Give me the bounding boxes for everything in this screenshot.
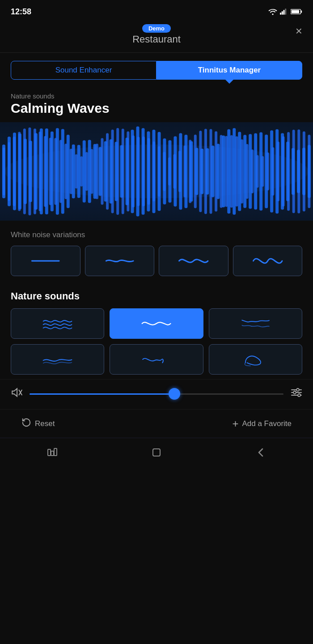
- nav-recents-icon[interactable]: [46, 446, 59, 462]
- slider-track: [30, 393, 283, 395]
- nature-sounds-grid: [11, 308, 302, 375]
- nature-sound-ocean-waves[interactable]: [11, 308, 104, 339]
- svg-rect-121: [286, 141, 289, 201]
- svg-rect-101: [179, 133, 182, 209]
- svg-rect-75: [40, 128, 43, 214]
- nature-sound-stream[interactable]: [11, 344, 104, 375]
- svg-rect-125: [308, 145, 311, 198]
- white-noise-medium[interactable]: [159, 246, 228, 276]
- svg-rect-69: [8, 136, 11, 206]
- svg-rect-119: [275, 129, 279, 214]
- svg-rect-85: [93, 144, 97, 199]
- svg-rect-110: [227, 129, 230, 213]
- svg-rect-98: [163, 138, 166, 204]
- slider-thumb[interactable]: [169, 388, 180, 400]
- svg-rect-116: [259, 132, 262, 210]
- svg-rect-106: [206, 148, 209, 195]
- reset-button[interactable]: Reset: [21, 418, 55, 430]
- svg-rect-80: [67, 135, 70, 208]
- svg-rect-88: [110, 139, 113, 204]
- tab-sound-enhancer[interactable]: Sound Enhancer: [11, 61, 156, 80]
- svg-rect-94: [142, 128, 145, 214]
- svg-rect-123: [297, 149, 300, 193]
- svg-rect-71: [18, 133, 21, 209]
- svg-rect-93: [136, 126, 140, 216]
- nature-sound-wind[interactable]: [110, 344, 203, 375]
- svg-rect-72: [24, 139, 27, 204]
- svg-rect-53: [235, 136, 238, 207]
- bottom-actions: Reset + Add a Favorite: [0, 409, 313, 438]
- svg-rect-76: [45, 128, 48, 214]
- white-noise-section: White noise variations: [0, 221, 313, 281]
- battery-icon: [291, 9, 302, 15]
- nature-sound-calming-waves[interactable]: [110, 308, 203, 339]
- svg-rect-92: [131, 130, 134, 213]
- svg-rect-2: [283, 10, 285, 15]
- svg-rect-97: [157, 132, 161, 211]
- status-bar: 12:58: [0, 0, 313, 21]
- svg-rect-104: [195, 148, 198, 195]
- add-favorite-button[interactable]: + Add a Favorite: [232, 418, 292, 429]
- svg-rect-70: [13, 132, 16, 210]
- svg-rect-1: [282, 11, 283, 15]
- nature-sounds-section: Nature sounds: [0, 281, 313, 379]
- reset-label: Reset: [35, 419, 55, 428]
- header: Demo Restaurant ×: [0, 21, 313, 52]
- white-noise-deep[interactable]: [233, 246, 303, 276]
- nav-home-icon[interactable]: [150, 446, 163, 462]
- svg-rect-107: [211, 145, 214, 197]
- svg-rect-138: [54, 448, 57, 456]
- svg-rect-79: [61, 129, 64, 214]
- svg-rect-86: [99, 147, 102, 196]
- svg-rect-102: [184, 135, 187, 208]
- svg-marker-127: [12, 388, 17, 396]
- svg-rect-120: [281, 133, 284, 209]
- current-sound-category: Nature sounds: [11, 92, 302, 100]
- volume-row: [0, 379, 313, 409]
- white-noise-title: White noise variations: [11, 230, 302, 239]
- svg-rect-109: [222, 136, 225, 207]
- nature-sound-surf[interactable]: [209, 344, 302, 375]
- svg-rect-78: [56, 128, 59, 214]
- svg-rect-115: [254, 133, 257, 209]
- svg-rect-68: [2, 145, 5, 198]
- svg-rect-111: [233, 128, 236, 215]
- current-sound-name: Calming Waves: [11, 101, 302, 116]
- eq-icon[interactable]: [291, 388, 302, 400]
- header-center: Demo Restaurant: [132, 24, 181, 45]
- svg-rect-3: [285, 9, 286, 15]
- svg-rect-108: [216, 144, 220, 199]
- demo-badge: Demo: [142, 24, 171, 33]
- mute-icon[interactable]: [11, 387, 22, 401]
- svg-rect-90: [120, 145, 123, 197]
- svg-rect-23: [80, 156, 83, 186]
- svg-rect-100: [173, 136, 177, 206]
- svg-point-133: [293, 391, 296, 394]
- svg-rect-99: [168, 140, 171, 202]
- white-noise-grid: [11, 246, 302, 276]
- current-sound-section: Nature sounds Calming Waves: [0, 84, 313, 118]
- svg-rect-124: [302, 148, 305, 195]
- tabs-container: Sound Enhancer Tinnitus Manager: [0, 53, 313, 84]
- nav-back-icon[interactable]: [254, 446, 267, 462]
- svg-rect-81: [72, 145, 75, 199]
- wifi-icon: [268, 8, 277, 15]
- svg-rect-52: [230, 135, 233, 208]
- svg-rect-122: [292, 148, 295, 195]
- close-button[interactable]: ×: [296, 24, 302, 38]
- waveform-svg: (function(){ const svg = document.queryS…: [0, 122, 313, 221]
- white-noise-flat[interactable]: [11, 246, 80, 276]
- svg-rect-87: [104, 141, 107, 202]
- white-noise-slight[interactable]: [85, 246, 155, 276]
- svg-rect-139: [153, 449, 160, 456]
- svg-rect-5: [301, 10, 302, 13]
- volume-slider[interactable]: [30, 388, 283, 400]
- tab-tinnitus-manager[interactable]: Tinnitus Manager: [156, 61, 302, 80]
- svg-rect-73: [29, 141, 32, 202]
- svg-rect-77: [51, 132, 54, 212]
- signal-icon: [280, 8, 288, 15]
- svg-rect-83: [83, 141, 86, 203]
- status-icons: [268, 8, 302, 15]
- nature-sound-rain[interactable]: [209, 308, 302, 339]
- svg-rect-103: [190, 141, 193, 202]
